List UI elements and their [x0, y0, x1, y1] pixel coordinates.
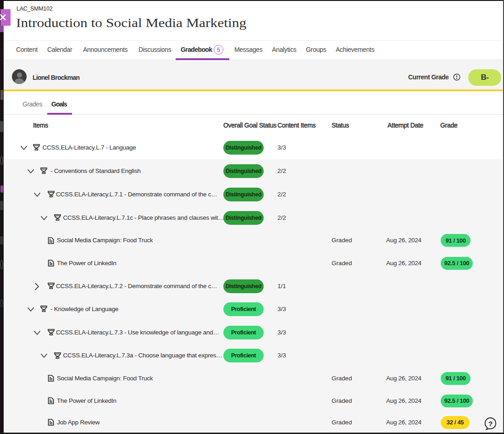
svg-text:?: ? [488, 420, 493, 428]
